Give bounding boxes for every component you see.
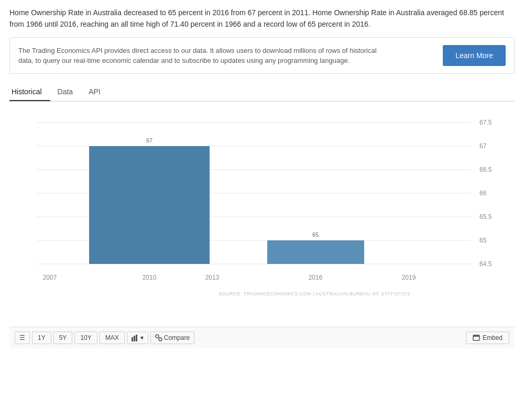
tab-api[interactable]: API (86, 83, 109, 101)
api-banner: The Trading Economics API provides direc… (9, 37, 515, 74)
chart-svg: 67.5 67 66.5 66 65.5 65 64.5 67 65 2007 … (9, 107, 515, 311)
svg-text:2016: 2016 (309, 274, 323, 281)
svg-text:2010: 2010 (143, 274, 157, 281)
svg-rect-24 (136, 335, 137, 341)
svg-text:64.5: 64.5 (479, 260, 492, 268)
tabs-row: Historical Data API (9, 83, 515, 102)
svg-rect-28 (473, 335, 479, 337)
svg-text:67: 67 (479, 142, 487, 150)
menu-icon-button[interactable]: ☰ (15, 331, 30, 344)
svg-text:2007: 2007 (43, 274, 57, 281)
svg-text:67: 67 (146, 137, 152, 143)
toolbar-right: Embed (466, 331, 509, 344)
compare-button[interactable]: Compare (150, 331, 194, 344)
1y-button[interactable]: 1Y (32, 331, 51, 344)
svg-text:SOURCE: TRADINGECONOMICS.COM |: SOURCE: TRADINGECONOMICS.COM | AUSTRALIA… (219, 291, 410, 296)
compare-icon (155, 334, 162, 341)
learn-more-button[interactable]: Learn More (443, 45, 506, 66)
svg-text:2013: 2013 (205, 274, 220, 281)
svg-point-25 (156, 335, 159, 338)
svg-text:66.5: 66.5 (479, 166, 492, 173)
embed-button[interactable]: Embed (466, 331, 509, 344)
svg-text:67.5: 67.5 (479, 119, 492, 126)
svg-text:65: 65 (479, 237, 487, 244)
svg-text:66: 66 (479, 190, 487, 197)
main-container: Home Ownership Rate in Australia decreas… (0, 0, 524, 353)
tab-historical[interactable]: Historical (9, 83, 50, 101)
svg-text:65.5: 65.5 (479, 213, 492, 220)
bar-2016 (267, 240, 364, 264)
svg-text:65: 65 (312, 231, 319, 238)
svg-rect-23 (134, 336, 135, 341)
embed-icon (473, 334, 480, 341)
bar-2011 (89, 146, 210, 264)
bar-chart-icon (132, 334, 139, 341)
max-button[interactable]: MAX (100, 331, 125, 344)
toolbar: ☰ 1Y 5Y 10Y MAX ▾ Compare (9, 327, 515, 348)
tab-data[interactable]: Data (56, 83, 82, 101)
api-banner-text: The Trading Economics API provides direc… (18, 46, 385, 66)
chart-type-button[interactable]: ▾ (127, 331, 148, 344)
svg-text:2019: 2019 (402, 274, 416, 281)
chart-area: 67.5 67 66.5 66 65.5 65 64.5 67 65 2007 … (9, 107, 515, 327)
svg-rect-22 (132, 337, 133, 341)
description-text: Home Ownership Rate in Australia decreas… (9, 7, 515, 30)
toolbar-left: ☰ 1Y 5Y 10Y MAX ▾ Compare (15, 331, 466, 344)
5y-button[interactable]: 5Y (53, 331, 73, 344)
svg-point-26 (159, 338, 162, 341)
10y-button[interactable]: 10Y (74, 331, 97, 344)
